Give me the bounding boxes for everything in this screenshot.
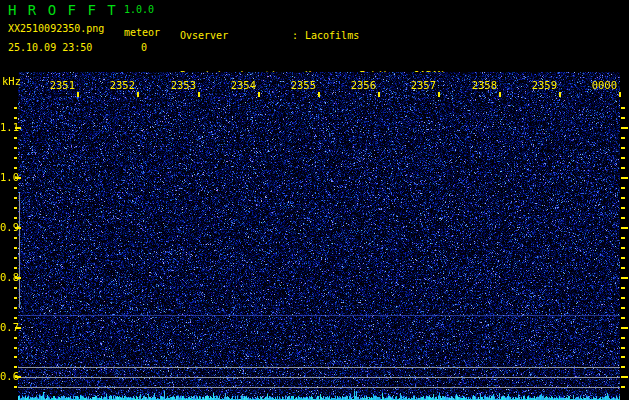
freq-minor-tick-right xyxy=(621,147,625,149)
info-row-observer: Ovserver : Lacofilms xyxy=(180,29,443,42)
freq-minor-tick-right xyxy=(621,257,625,259)
freq-minor-tick-right xyxy=(621,356,625,358)
freq-minor-tick-left xyxy=(14,317,17,319)
time-axis-label: 2356 xyxy=(342,79,376,91)
observation-timestamp: 25.10.09 23:50 xyxy=(8,42,92,53)
freq-minor-tick-left xyxy=(14,356,17,358)
freq-minor-tick-left xyxy=(14,107,17,109)
freq-minor-tick-right xyxy=(621,267,625,269)
hrofft-window: H R O F F T 1.0.0 XX2510092350.png meteo… xyxy=(0,0,629,400)
colon-separator: : xyxy=(292,29,305,42)
time-axis-label: 2352 xyxy=(101,79,135,91)
freq-minor-tick-left xyxy=(14,287,17,289)
freq-major-tick-right xyxy=(621,127,628,129)
time-axis-tick xyxy=(499,92,501,97)
time-axis-label: 2354 xyxy=(222,79,256,91)
freq-minor-tick-right xyxy=(621,386,625,388)
time-axis-tick xyxy=(438,92,440,97)
freq-major-tick-right xyxy=(621,277,628,279)
freq-minor-tick-left xyxy=(14,167,17,169)
freq-minor-tick-left xyxy=(14,157,17,159)
freq-minor-tick-right xyxy=(621,366,625,368)
time-axis-label: 0000 xyxy=(583,79,617,91)
freq-minor-tick-right xyxy=(621,137,625,139)
time-axis-tick xyxy=(258,92,260,97)
app-title: H R O F F T xyxy=(8,2,117,18)
freq-minor-tick-right xyxy=(621,237,625,239)
freq-minor-tick-left xyxy=(14,217,17,219)
observer-value: Lacofilms xyxy=(305,29,359,42)
freq-minor-tick-right xyxy=(621,317,625,319)
time-axis-label: 2353 xyxy=(162,79,196,91)
freq-major-tick-left xyxy=(15,227,21,229)
freq-major-tick-right xyxy=(621,327,628,329)
freq-minor-tick-left xyxy=(14,197,17,199)
freq-minor-tick-right xyxy=(621,157,625,159)
freq-minor-tick-right xyxy=(621,167,625,169)
freq-minor-tick-right xyxy=(621,307,625,309)
time-axis-label: 2355 xyxy=(282,79,316,91)
time-axis-label: 2357 xyxy=(402,79,436,91)
freq-minor-tick-left xyxy=(14,247,17,249)
freq-major-tick-left xyxy=(15,127,21,129)
freq-minor-tick-left xyxy=(14,347,17,349)
freq-minor-tick-right xyxy=(621,117,625,119)
freq-major-tick-left xyxy=(15,177,21,179)
time-axis-tick xyxy=(318,92,320,97)
freq-minor-tick-left xyxy=(14,187,17,189)
freq-minor-tick-left xyxy=(14,237,17,239)
freq-minor-tick-left xyxy=(14,137,17,139)
spectrogram-canvas xyxy=(18,72,620,400)
app-version: 1.0.0 xyxy=(124,4,154,15)
freq-major-tick-right xyxy=(621,376,628,378)
freq-major-tick-left xyxy=(15,376,21,378)
time-axis-tick xyxy=(198,92,200,97)
meteor-counter-value: 0 xyxy=(141,42,147,53)
freq-minor-tick-right xyxy=(621,107,625,109)
freq-minor-tick-right xyxy=(621,347,625,349)
time-axis-tick xyxy=(378,92,380,97)
freq-minor-tick-left xyxy=(14,117,17,119)
freq-minor-tick-right xyxy=(621,187,625,189)
freq-minor-tick-left xyxy=(14,297,17,299)
freq-minor-tick-left xyxy=(14,386,17,388)
meteor-counter-label: meteor xyxy=(124,27,160,38)
freq-major-tick-right xyxy=(621,177,628,179)
time-axis-tick xyxy=(137,92,139,97)
freq-minor-tick-right xyxy=(621,197,625,199)
freq-major-tick-left xyxy=(15,327,21,329)
freq-minor-tick-left xyxy=(14,267,17,269)
freq-major-tick-right xyxy=(621,227,628,229)
freq-minor-tick-right xyxy=(621,247,625,249)
freq-minor-tick-right xyxy=(621,297,625,299)
freq-minor-tick-right xyxy=(621,337,625,339)
freq-minor-tick-left xyxy=(14,366,17,368)
freq-minor-tick-left xyxy=(14,207,17,209)
observer-label: Ovserver xyxy=(180,29,292,42)
time-axis-label: 2351 xyxy=(41,79,75,91)
freq-minor-tick-left xyxy=(14,257,17,259)
freq-minor-tick-right xyxy=(621,207,625,209)
freq-minor-tick-left xyxy=(14,307,17,309)
freq-minor-tick-left xyxy=(14,337,17,339)
output-filename: XX2510092350.png xyxy=(8,23,104,34)
frequency-unit-label: kHz xyxy=(2,75,21,87)
time-axis-tick xyxy=(559,92,561,97)
freq-minor-tick-right xyxy=(621,217,625,219)
time-axis-tick xyxy=(77,92,79,97)
time-axis-tick xyxy=(619,92,621,97)
freq-major-tick-left xyxy=(15,277,21,279)
time-axis-label: 2359 xyxy=(523,79,557,91)
freq-minor-tick-right xyxy=(621,287,625,289)
freq-minor-tick-left xyxy=(14,147,17,149)
time-axis-label: 2358 xyxy=(463,79,497,91)
